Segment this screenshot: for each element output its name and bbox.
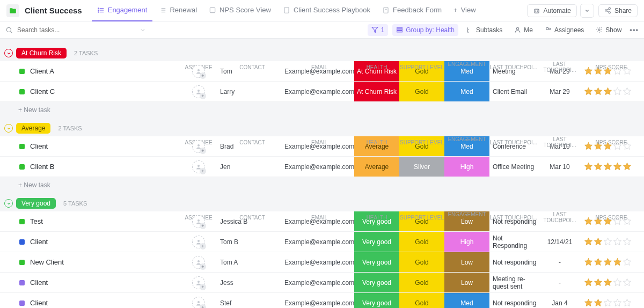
contact-cell[interactable]: Stef: [220, 299, 284, 307]
collapse-toggle[interactable]: [4, 49, 13, 57]
collapse-toggle[interactable]: [4, 124, 13, 133]
assignee-avatar[interactable]: [192, 140, 205, 153]
assignee-avatar[interactable]: [192, 215, 205, 228]
email-cell[interactable]: Example@example.com: [284, 238, 354, 246]
last-touchpoint-cell[interactable]: Not responding: [489, 259, 538, 266]
task-name[interactable]: Client: [30, 299, 48, 307]
task-row[interactable]: Client C Larry Example@example.com At Ch…: [0, 82, 644, 102]
column-header[interactable]: CONTACT: [220, 64, 284, 70]
assignee-avatar[interactable]: [192, 256, 205, 269]
engagement-badge[interactable]: Med: [444, 293, 489, 308]
column-header[interactable]: ENGAGEMENT L...: [444, 136, 489, 148]
column-header[interactable]: NPS SCORE: [582, 140, 641, 145]
add-view[interactable]: + View: [448, 0, 481, 21]
column-header[interactable]: LAST TOUCHPOI...: [538, 136, 582, 148]
collapse-toggle[interactable]: [4, 199, 13, 208]
nps-stars[interactable]: [582, 298, 641, 307]
status-square[interactable]: [19, 219, 25, 224]
last-touchpoint-cell[interactable]: Not responding: [489, 299, 538, 307]
group-by-chip[interactable]: Group by: Health: [392, 24, 458, 36]
nps-stars[interactable]: [582, 278, 641, 287]
column-header[interactable]: NPS SCORE: [582, 215, 641, 221]
contact-cell[interactable]: Larry: [220, 88, 284, 96]
assignee-avatar[interactable]: [192, 65, 205, 78]
share-button[interactable]: Share: [598, 4, 638, 17]
health-badge[interactable]: Very good: [354, 252, 399, 272]
me-chip[interactable]: Me: [510, 24, 537, 36]
nps-stars[interactable]: [582, 87, 641, 96]
column-header[interactable]: NPS SCORE: [582, 64, 641, 70]
column-header[interactable]: SUPPORT LEVEL: [399, 215, 444, 221]
new-task-button[interactable]: + New task: [0, 102, 644, 114]
subtasks-chip[interactable]: Subtasks: [463, 24, 506, 36]
search-input[interactable]: [17, 26, 135, 34]
assignees-chip[interactable]: Assignees: [541, 24, 588, 36]
contact-cell[interactable]: Jen: [220, 163, 284, 171]
support-badge[interactable]: Gold: [399, 293, 444, 308]
health-badge[interactable]: Average: [354, 157, 399, 177]
task-row[interactable]: Client Jess Example@example.com Very goo…: [0, 273, 644, 293]
support-badge[interactable]: Gold: [399, 273, 444, 292]
column-header[interactable]: ENGAGEMENT L...: [444, 211, 489, 223]
last-touchpoint-date-cell[interactable]: Jan 4: [538, 299, 582, 307]
column-header[interactable]: EMAIL: [284, 64, 354, 70]
task-name[interactable]: Test: [30, 217, 43, 225]
task-name[interactable]: Client C: [30, 87, 55, 96]
last-touchpoint-date-cell[interactable]: 12/14/21: [538, 238, 582, 246]
status-square[interactable]: [19, 69, 25, 74]
engagement-badge[interactable]: Low: [444, 273, 489, 292]
last-touchpoint-cell[interactable]: Office Meeting: [489, 163, 538, 171]
task-name[interactable]: Client A: [30, 67, 54, 75]
column-header[interactable]: ENGAGEMENT L...: [444, 61, 489, 73]
new-task-button[interactable]: + New task: [0, 177, 644, 189]
tab-renewal[interactable]: Renewal: [153, 0, 202, 21]
column-header[interactable]: HEALTH: [354, 140, 399, 145]
assignee-avatar[interactable]: [192, 85, 205, 98]
task-row[interactable]: New Client Tom A Example@example.com Ver…: [0, 252, 644, 273]
task-row[interactable]: Client B Jen Example@example.com Average…: [0, 157, 644, 177]
column-header[interactable]: LAST TOUCHPOI...: [538, 211, 582, 223]
group-pill[interactable]: Very good: [16, 198, 56, 209]
email-cell[interactable]: Example@example.com: [284, 279, 354, 287]
contact-cell[interactable]: Tom B: [220, 238, 284, 246]
health-badge[interactable]: Very good: [354, 232, 399, 252]
column-header[interactable]: HEALTH: [354, 64, 399, 70]
status-square[interactable]: [19, 239, 25, 245]
last-touchpoint-date-cell[interactable]: Mar 10: [538, 163, 582, 171]
task-row[interactable]: Client Stef Example@example.com Very goo…: [0, 293, 644, 308]
column-header[interactable]: LAST TOUCHPOI...: [489, 64, 538, 70]
status-square[interactable]: [19, 144, 25, 149]
task-name[interactable]: New Client: [30, 258, 64, 266]
support-badge[interactable]: Silver: [399, 157, 444, 177]
assignee-avatar[interactable]: [192, 160, 205, 173]
tab-nps[interactable]: NPS Score View: [203, 0, 276, 21]
show-chip[interactable]: Show: [592, 24, 625, 36]
contact-cell[interactable]: Jess: [220, 279, 284, 287]
tab-playbook[interactable]: Client Success Playbook: [277, 0, 376, 21]
automate-dropdown[interactable]: [580, 4, 594, 18]
status-square[interactable]: [19, 300, 25, 306]
support-badge[interactable]: Gold: [399, 82, 444, 101]
contact-cell[interactable]: Tom A: [220, 259, 284, 266]
status-square[interactable]: [19, 260, 25, 265]
column-header[interactable]: SUPPORT LEVEL: [399, 140, 444, 145]
last-touchpoint-date-cell[interactable]: -: [538, 259, 582, 266]
last-touchpoint-date-cell[interactable]: Mar 29: [538, 88, 582, 96]
status-square[interactable]: [19, 164, 25, 170]
nps-stars[interactable]: [582, 162, 641, 171]
last-touchpoint-cell[interactable]: Not Responding: [489, 234, 538, 250]
health-badge[interactable]: Very good: [354, 273, 399, 292]
email-cell[interactable]: Example@example.com: [284, 299, 354, 307]
engagement-badge[interactable]: High: [444, 232, 489, 252]
support-badge[interactable]: Gold: [399, 252, 444, 272]
column-header[interactable]: LAST TOUCHPOI...: [538, 61, 582, 73]
column-header[interactable]: EMAIL: [284, 215, 354, 221]
column-header[interactable]: CONTACT: [220, 215, 284, 221]
status-square[interactable]: [19, 89, 25, 94]
chevron-down-icon[interactable]: [140, 27, 146, 33]
task-name[interactable]: Client B: [30, 163, 55, 171]
task-row[interactable]: Client Tom B Example@example.com Very go…: [0, 232, 644, 252]
status-square[interactable]: [19, 280, 25, 285]
column-header[interactable]: LAST TOUCHPOI...: [489, 140, 538, 145]
health-badge[interactable]: At Churn Risk: [354, 82, 399, 101]
